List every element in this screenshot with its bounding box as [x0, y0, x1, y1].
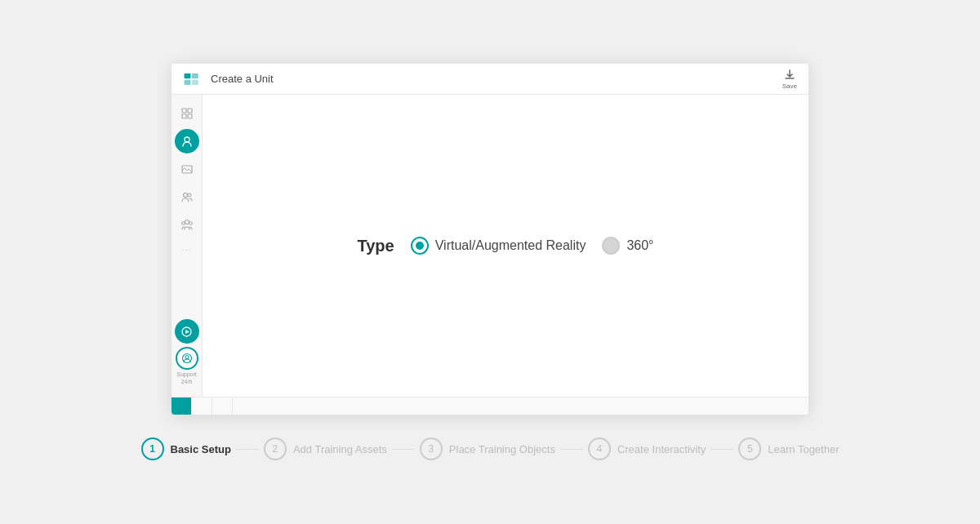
save-label: Save: [782, 82, 797, 90]
wizard-steps: 1 Basic Setup 2 Add Training Assets 3 Pl…: [141, 437, 840, 460]
svg-rect-6: [182, 114, 186, 118]
logo: [183, 72, 201, 87]
header: Create a Unit Save: [172, 64, 808, 95]
svg-rect-4: [182, 109, 186, 113]
option-360[interactable]: 360°: [602, 237, 653, 255]
option-vr-label: Virtual/Augmented Reality: [435, 238, 586, 253]
svg-point-12: [185, 220, 189, 224]
sidebar-item-support[interactable]: Support24/h: [176, 347, 198, 385]
step-3: 3 Place Training Objects: [420, 437, 555, 460]
content-area: Type Virtual/Augmented Reality 360°: [203, 95, 808, 397]
step-2-label: Add Training Assets: [293, 443, 387, 455]
step-sep-3: [560, 449, 583, 450]
step-2: 2 Add Training Assets: [264, 437, 387, 460]
step-2-circle[interactable]: 2: [264, 437, 287, 460]
svg-point-10: [183, 193, 187, 198]
svg-rect-5: [188, 109, 192, 113]
step-5-circle[interactable]: 5: [738, 437, 761, 460]
bottom-tab-1[interactable]: [172, 397, 192, 415]
app-window: Create a Unit Save: [172, 64, 808, 415]
svg-point-13: [181, 222, 185, 225]
step-1: 1 Basic Setup: [141, 437, 231, 460]
step-3-label: Place Training Objects: [449, 443, 555, 455]
step-1-circle[interactable]: 1: [141, 437, 164, 460]
sidebar-dots: ...: [182, 243, 191, 252]
svg-point-18: [185, 356, 189, 359]
svg-rect-2: [185, 79, 191, 84]
page-title: Create a Unit: [211, 73, 274, 85]
sidebar-bottom: Support24/h: [175, 319, 199, 390]
save-button[interactable]: Save: [782, 69, 797, 90]
step-sep-2: [392, 449, 415, 450]
step-sep-1: [236, 449, 259, 450]
svg-point-14: [189, 222, 192, 225]
svg-rect-0: [185, 73, 191, 78]
step-3-circle[interactable]: 3: [420, 437, 443, 460]
bottom-tab-3[interactable]: [212, 397, 233, 415]
bottom-bar: [172, 397, 808, 415]
svg-rect-1: [192, 73, 198, 78]
support-label: Support24/h: [176, 371, 197, 385]
sidebar-item-group[interactable]: [175, 212, 199, 237]
step-4-circle[interactable]: 4: [588, 437, 611, 460]
bottom-tab-2[interactable]: [192, 397, 212, 415]
step-4-label: Create Interactivity: [617, 443, 706, 455]
option-vr[interactable]: Virtual/Augmented Reality: [411, 237, 586, 255]
radio-360[interactable]: [602, 237, 620, 255]
main-layout: ... Sup: [172, 95, 808, 397]
sidebar-item-gallery[interactable]: [175, 157, 199, 181]
sidebar-item-team[interactable]: [175, 184, 199, 209]
sidebar: ... Sup: [172, 95, 203, 397]
sidebar-item-dashboard[interactable]: [175, 101, 199, 126]
step-sep-4: [710, 449, 733, 450]
support-icon: [176, 347, 198, 370]
step-4: 4 Create Interactivity: [588, 437, 706, 460]
sidebar-item-play[interactable]: [175, 319, 199, 344]
option-360-label: 360°: [626, 238, 653, 253]
step-5: 5 Learn Together: [738, 437, 839, 460]
type-label: Type: [358, 237, 394, 255]
svg-rect-7: [188, 114, 192, 118]
header-left: Create a Unit: [183, 72, 274, 87]
svg-point-11: [188, 193, 191, 197]
svg-point-8: [185, 137, 189, 142]
svg-marker-16: [185, 330, 189, 334]
step-5-label: Learn Together: [768, 443, 839, 455]
type-selector: Type Virtual/Augmented Reality 360°: [358, 237, 654, 255]
svg-rect-3: [192, 79, 198, 84]
radio-vr[interactable]: [411, 237, 429, 255]
step-1-label: Basic Setup: [171, 443, 231, 455]
sidebar-item-users[interactable]: [175, 129, 199, 153]
